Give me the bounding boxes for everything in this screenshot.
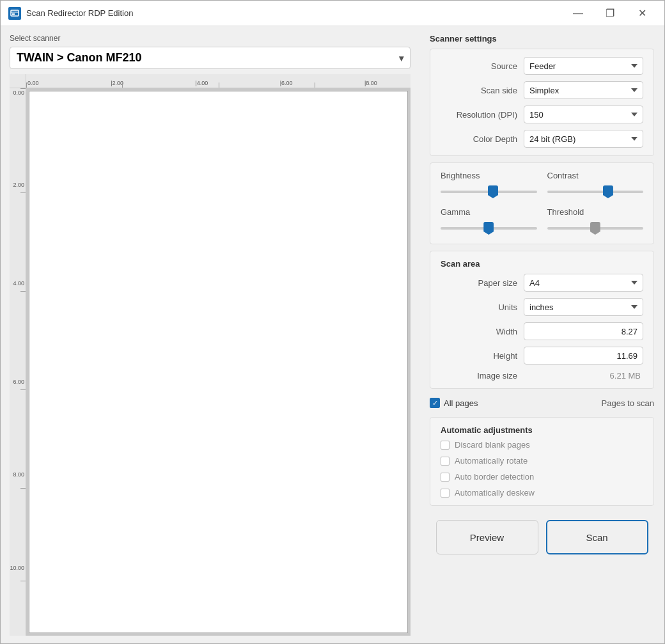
preview-inner <box>29 91 408 633</box>
units-select[interactable]: inches mm cm <box>524 298 643 316</box>
close-button[interactable]: ✕ <box>627 4 657 23</box>
contrast-label: Contrast <box>547 171 644 180</box>
source-select[interactable]: Feeder Flatbed <box>524 57 643 75</box>
title-bar: Scan Redirector RDP Edition — ❐ ✕ <box>1 1 664 26</box>
units-control: inches mm cm <box>524 298 643 316</box>
threshold-slider[interactable] <box>547 227 644 230</box>
preview-container: 0.00 |2.00 |4.00 |6.00 |8.00 <box>10 74 411 636</box>
all-pages-label[interactable]: ✓ All pages <box>430 398 478 408</box>
sliders-box: Brightness Contrast Gamma <box>430 162 654 244</box>
ruler-tick-v-2 <box>20 291 26 292</box>
auto-rotate-checkbox[interactable] <box>441 457 450 466</box>
main-window: Scan Redirector RDP Edition — ❐ ✕ Select… <box>0 0 665 644</box>
brightness-label: Brightness <box>441 171 537 180</box>
ruler-v-5: 10.00 <box>10 565 24 571</box>
paper-size-select[interactable]: A4 Letter Legal Custom <box>524 274 643 292</box>
ruler-v-2: 4.00 <box>13 280 24 287</box>
contrast-group: Contrast <box>547 171 644 200</box>
discard-blank-checkbox[interactable] <box>441 441 450 450</box>
ruler-tick-v-1 <box>20 192 26 193</box>
units-label: Units <box>441 302 524 312</box>
ruler-top-row: 0.00 |2.00 |4.00 |6.00 |8.00 <box>10 74 411 88</box>
auto-deskew-item: Automatically deskew <box>441 488 643 498</box>
ruler-tick-h-3 <box>315 82 315 88</box>
ruler-tick-v-5 <box>20 581 26 581</box>
resolution-control: 75 100 150 200 300 600 <box>524 106 643 123</box>
pages-row: ✓ All pages Pages to scan <box>430 395 654 411</box>
color-depth-label: Color Depth <box>441 134 524 144</box>
auto-deskew-checkbox[interactable] <box>441 489 450 498</box>
ruler-tick-v-3 <box>20 389 26 390</box>
auto-rotate-label: Automatically rotate <box>455 456 528 466</box>
auto-adjustments-box: Automatic adjustments Discard blank page… <box>430 417 654 506</box>
paper-size-control: A4 Letter Legal Custom <box>524 274 643 292</box>
maximize-button[interactable]: ❐ <box>595 4 625 23</box>
resolution-row: Resolution (DPI) 75 100 150 200 300 600 <box>441 106 643 123</box>
svg-rect-0 <box>11 10 19 16</box>
window-controls: — ❐ ✕ <box>563 4 657 23</box>
resolution-select[interactable]: 75 100 150 200 300 600 <box>524 106 643 123</box>
color-depth-select[interactable]: 1 bit (B&W) 8 bit (Gray) 24 bit (RGB) <box>524 130 643 148</box>
scanner-dropdown[interactable]: TWAIN > Canon MF210 ▾ <box>10 47 411 69</box>
threshold-track <box>547 221 644 236</box>
gamma-group: Gamma <box>441 207 537 236</box>
image-size-value: 6.21 MB <box>524 371 643 381</box>
brightness-group: Brightness <box>441 171 537 200</box>
pages-to-scan-label: Pages to scan <box>602 398 654 408</box>
auto-border-label: Auto border detection <box>455 472 534 482</box>
height-row: Height <box>441 347 643 365</box>
preview-button[interactable]: Preview <box>436 520 538 554</box>
ruler-v-4: 8.00 <box>13 471 24 478</box>
ruler-tick-h-0 <box>26 82 27 88</box>
gamma-label: Gamma <box>441 207 537 217</box>
source-row: Source Feeder Flatbed <box>441 57 643 75</box>
source-control: Feeder Flatbed <box>524 57 643 75</box>
scanner-value: TWAIN > Canon MF210 <box>17 51 142 65</box>
auto-rotate-item: Automatically rotate <box>441 456 643 466</box>
preview-area-row: 0.00 2.00 4.00 6.00 8.00 10.00 <box>10 88 411 636</box>
scan-area-title: Scan area <box>441 259 643 269</box>
left-panel: Select scanner TWAIN > Canon MF210 ▾ 0.0… <box>1 26 419 643</box>
paper-size-row: Paper size A4 Letter Legal Custom <box>441 274 643 292</box>
ruler-top-2: |4.00 <box>195 80 208 86</box>
color-depth-control: 1 bit (B&W) 8 bit (Gray) 24 bit (RGB) <box>524 130 643 148</box>
window-title: Scan Redirector RDP Edition <box>26 8 563 18</box>
width-label: Width <box>441 327 524 336</box>
main-content: Select scanner TWAIN > Canon MF210 ▾ 0.0… <box>1 26 664 643</box>
ruler-top-1: |2.00 <box>111 80 123 86</box>
minimize-button[interactable]: — <box>563 4 593 23</box>
button-row: Preview Scan <box>430 512 654 557</box>
ruler-tick-h-2 <box>219 82 219 88</box>
auto-deskew-label: Automatically deskew <box>455 488 535 498</box>
scan-side-select[interactable]: Simplex Duplex <box>524 81 643 99</box>
width-input[interactable] <box>524 322 643 340</box>
auto-border-item: Auto border detection <box>441 472 643 482</box>
color-depth-row: Color Depth 1 bit (B&W) 8 bit (Gray) 24 … <box>441 130 643 148</box>
paper-size-label: Paper size <box>441 278 524 288</box>
contrast-slider[interactable] <box>547 191 644 193</box>
all-pages-checkbox[interactable]: ✓ <box>430 398 440 408</box>
brightness-slider[interactable] <box>441 191 537 193</box>
sliders-grid: Brightness Contrast Gamma <box>441 171 643 236</box>
height-input[interactable] <box>524 347 643 365</box>
scanner-settings-section: Scanner settings Source Feeder Flatbed S… <box>430 34 654 156</box>
scanner-settings-title: Scanner settings <box>430 34 654 43</box>
auto-border-checkbox[interactable] <box>441 473 450 482</box>
gamma-track <box>441 221 537 236</box>
ruler-top-4: |8.00 <box>364 80 377 86</box>
image-size-label: Image size <box>441 371 524 381</box>
height-control <box>524 347 643 365</box>
scan-side-row: Scan side Simplex Duplex <box>441 81 643 99</box>
select-scanner-label: Select scanner <box>10 34 411 43</box>
ruler-top-3: |6.00 <box>280 80 293 86</box>
gamma-slider[interactable] <box>441 227 537 230</box>
scan-button[interactable]: Scan <box>546 520 648 554</box>
scanner-chevron-icon: ▾ <box>399 53 403 63</box>
ruler-v-3: 6.00 <box>13 379 24 385</box>
ruler-v-0: 0.00 <box>13 90 24 96</box>
ruler-tick-v-0 <box>20 88 26 89</box>
height-label: Height <box>441 351 524 361</box>
brightness-track <box>441 184 537 200</box>
ruler-top: 0.00 |2.00 |4.00 |6.00 |8.00 <box>26 74 411 88</box>
preview-canvas <box>26 88 411 636</box>
